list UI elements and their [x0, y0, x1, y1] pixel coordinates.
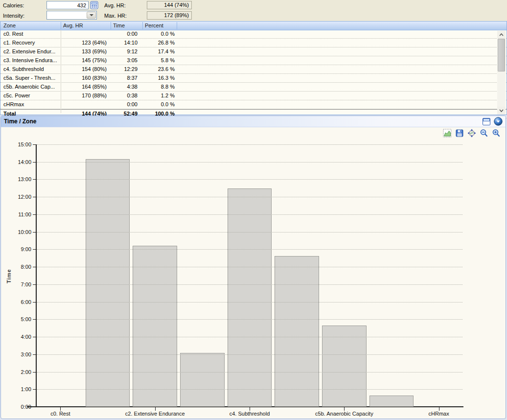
x-tick-label: c0. Rest — [50, 410, 70, 417]
x-tick-label: c4. Subthreshold — [230, 410, 270, 417]
bar — [369, 396, 414, 407]
bar — [86, 159, 130, 407]
bar — [228, 188, 272, 407]
y-tick-label: 13:00 — [6, 176, 31, 183]
y-axis-line — [36, 144, 37, 407]
gridline — [37, 144, 462, 145]
gridline — [37, 284, 462, 285]
y-tick — [33, 162, 36, 163]
y-tick — [33, 144, 36, 145]
gridline — [37, 372, 462, 373]
y-tick — [33, 337, 36, 337]
y-tick-label: 0:00 — [6, 403, 31, 410]
y-tick — [33, 354, 36, 355]
x-tick-label: cHRmax — [429, 410, 449, 417]
x-tick-label: c2. Extensive Endurance — [125, 410, 185, 417]
x-tick-label: c5b. Anaerobic Capacity — [315, 410, 373, 417]
bar — [322, 326, 367, 407]
gridline — [37, 214, 462, 215]
y-tick-label: 2:00 — [6, 369, 31, 375]
y-tick-label: 9:00 — [6, 246, 31, 253]
y-tick — [33, 214, 36, 215]
y-tick — [33, 249, 36, 250]
y-tick — [33, 284, 36, 285]
y-tick-label: 1:00 — [6, 386, 31, 393]
gridline — [37, 337, 462, 337]
gridline — [37, 354, 462, 355]
gridline — [37, 197, 462, 197]
gridline — [37, 389, 462, 390]
bar-chart: Time 0:001:002:003:004:005:006:007:008:0… — [0, 0, 507, 420]
bar — [133, 246, 177, 407]
y-tick — [33, 267, 36, 267]
y-tick — [33, 319, 36, 320]
gridline — [37, 319, 462, 320]
gridline — [37, 249, 462, 250]
y-tick — [33, 407, 36, 407]
bar — [275, 256, 319, 407]
gridline — [37, 302, 462, 303]
y-tick-label: 8:00 — [6, 263, 31, 270]
bar — [180, 353, 225, 407]
gridline — [37, 179, 462, 180]
y-tick — [33, 179, 36, 180]
y-tick — [33, 389, 36, 390]
y-tick-label: 10:00 — [6, 229, 31, 235]
y-tick-label: 14:00 — [6, 159, 31, 165]
y-axis-title-wrap: Time — [4, 144, 14, 407]
y-tick — [33, 232, 36, 233]
y-tick-label: 6:00 — [6, 299, 31, 305]
y-tick-label: 3:00 — [6, 351, 31, 358]
y-tick — [33, 197, 36, 197]
y-tick-label: 11:00 — [6, 211, 31, 218]
y-tick-label: 5:00 — [6, 316, 31, 323]
y-tick-label: 7:00 — [6, 281, 31, 288]
gridline — [37, 267, 462, 267]
gridline — [37, 232, 462, 233]
gridline — [37, 162, 462, 163]
y-tick-label: 12:00 — [6, 193, 31, 200]
y-tick-label: 4:00 — [6, 333, 31, 340]
y-tick-label: 15:00 — [6, 141, 31, 148]
y-tick — [33, 302, 36, 303]
y-tick — [33, 372, 36, 373]
